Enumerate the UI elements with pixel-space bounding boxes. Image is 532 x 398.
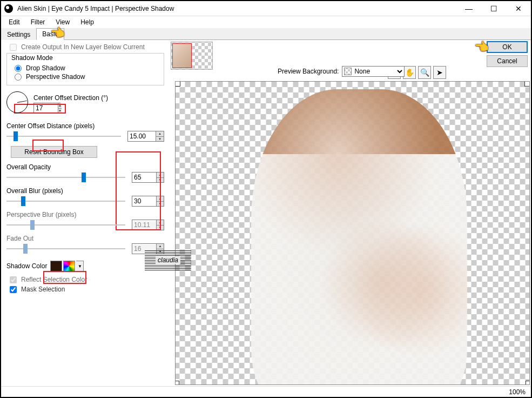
overall-blur-slider[interactable] (6, 201, 125, 202)
reset-bounding-box-label: Reset Bounding Box (24, 148, 83, 156)
settings-panel: Create Output In New Layer Below Current… (1, 40, 170, 386)
reflect-selection-checkbox (10, 276, 17, 283)
reflect-selection-label: Reflect Selection Color (21, 276, 87, 283)
hand-icon[interactable]: ✋ (403, 66, 416, 79)
maximize-button[interactable]: ☐ (481, 1, 506, 16)
drop-shadow-label: Drop Shadow (26, 64, 65, 72)
window-controls: — ☐ ✕ (456, 1, 531, 16)
preview-background-label: Preview Background: (278, 68, 339, 75)
zoom-icon[interactable]: 🔍 (418, 66, 431, 79)
dialog-buttons: OK 👉 Cancel (487, 41, 528, 67)
preview-canvas[interactable] (175, 81, 530, 385)
overall-blur-label: Overall Blur (pixels) (6, 187, 164, 195)
menu-edit[interactable]: Edit (4, 17, 24, 27)
shadow-mode-group: Shadow Mode Drop Shadow Perspective Shad… (6, 53, 164, 85)
fade-out-row: ▲▼ (6, 243, 164, 254)
preview-background-select[interactable]: None (342, 66, 405, 77)
menu-bar: Edit Filter View Help (1, 16, 531, 28)
color-palette-icon[interactable] (63, 261, 75, 271)
menu-filter[interactable]: Filter (26, 17, 50, 27)
mask-selection-label: Mask Selection (21, 286, 65, 293)
center-offset-distance-label: Center Offset Distance (pixels) (6, 122, 164, 130)
perspective-shadow-radio[interactable] (15, 74, 22, 81)
spin-buttons[interactable]: ▲▼ (156, 196, 164, 206)
fade-out-label: Fade Out (6, 235, 164, 242)
preview-background-row: Preview Background: None (278, 66, 405, 77)
shadow-color-label: Shadow Color (6, 262, 47, 270)
overall-blur-input[interactable]: ▲▼ (132, 196, 164, 207)
drop-shadow-radio-row[interactable]: Drop Shadow (15, 64, 160, 72)
cancel-label: Cancel (497, 57, 517, 65)
selected-thumbnail[interactable] (172, 43, 192, 68)
ok-button[interactable]: OK (487, 41, 528, 53)
app-window: Alien Skin | Eye Candy 5 Impact | Perspe… (0, 0, 532, 398)
mask-selection-row[interactable]: Mask Selection (6, 286, 164, 293)
shadow-color-swatch[interactable] (50, 261, 62, 271)
spin-buttons[interactable]: ▲▼ (156, 173, 164, 182)
overall-opacity-slider[interactable] (6, 177, 125, 178)
content-area: Create Output In New Layer Below Current… (1, 40, 531, 386)
center-offset-distance-row: ▲▼ (6, 131, 164, 142)
ok-label: OK (502, 43, 511, 51)
shadow-color-picker[interactable]: ▼ (50, 261, 84, 271)
title-bar: Alien Skin | Eye Candy 5 Impact | Perspe… (1, 1, 531, 16)
drop-shadow-radio[interactable] (15, 65, 22, 72)
zoom-level: 100% (509, 388, 526, 396)
overall-opacity-row: ▲▼ (6, 172, 164, 183)
preview-panel: 🎯 ✋ 🔍 ➤ Preview Background: None OK (170, 40, 531, 386)
shadow-mode-legend: Shadow Mode (10, 54, 54, 62)
center-offset-direction-input[interactable]: ▲▼ (33, 103, 60, 114)
pointer-hand-icon: 👉 (51, 26, 65, 40)
spin-buttons[interactable]: ▲▼ (156, 131, 164, 141)
center-offset-direction-label: Center Offset Direction (°) (33, 94, 108, 102)
spin-buttons[interactable]: ▲▼ (58, 103, 62, 113)
center-offset-direction-field[interactable] (34, 104, 58, 112)
overall-opacity-label: Overall Opacity (6, 163, 164, 171)
perspective-blur-row: ▲▼ (6, 220, 164, 230)
pointer-hand-icon: 👉 (475, 40, 489, 54)
overall-opacity-input[interactable]: ▲▼ (132, 172, 164, 183)
cancel-button[interactable]: Cancel (487, 55, 528, 67)
app-icon (4, 4, 13, 13)
angle-dial[interactable] (6, 91, 28, 113)
menu-help[interactable]: Help (76, 17, 98, 27)
create-output-label: Create Output In New Layer Below Current (21, 43, 145, 51)
perspective-blur-field (132, 221, 156, 229)
perspective-shadow-radio-row[interactable]: Perspective Shadow (15, 73, 160, 81)
pointer-icon[interactable]: ➤ (433, 66, 446, 79)
tab-bar: Settings Basic 👉 (1, 28, 531, 40)
tab-settings[interactable]: Settings (1, 29, 36, 40)
color-dropdown-caret[interactable]: ▼ (76, 261, 84, 271)
overall-blur-field[interactable] (132, 197, 156, 205)
thumbnail-strip[interactable] (171, 42, 213, 70)
fade-out-slider (6, 248, 125, 249)
overall-blur-row: ▲▼ (6, 196, 164, 207)
minimize-button[interactable]: — (456, 1, 481, 16)
watermark: claudia (145, 250, 191, 270)
preview-image (230, 84, 478, 385)
center-offset-distance-field[interactable] (128, 132, 152, 140)
create-output-checkbox-row: Create Output In New Layer Below Current (6, 43, 164, 51)
status-bar: 100% (1, 386, 531, 397)
mask-selection-checkbox[interactable] (10, 286, 17, 293)
perspective-shadow-label: Perspective Shadow (26, 73, 85, 81)
overall-opacity-field[interactable] (132, 174, 156, 181)
window-title: Alien Skin | Eye Candy 5 Impact | Perspe… (16, 5, 456, 12)
perspective-blur-label: Perspective Blur (pixels) (6, 211, 164, 218)
perspective-blur-input: ▲▼ (132, 220, 164, 230)
create-output-checkbox (10, 44, 17, 51)
reset-bounding-box-button[interactable]: Reset Bounding Box (11, 146, 97, 158)
close-button[interactable]: ✕ (506, 1, 531, 16)
center-offset-distance-input[interactable]: ▲▼ (127, 131, 164, 142)
reflect-selection-row: Reflect Selection Color (6, 276, 164, 283)
perspective-blur-slider (6, 224, 125, 225)
center-offset-distance-slider[interactable] (6, 136, 121, 137)
spin-buttons: ▲▼ (156, 220, 164, 230)
